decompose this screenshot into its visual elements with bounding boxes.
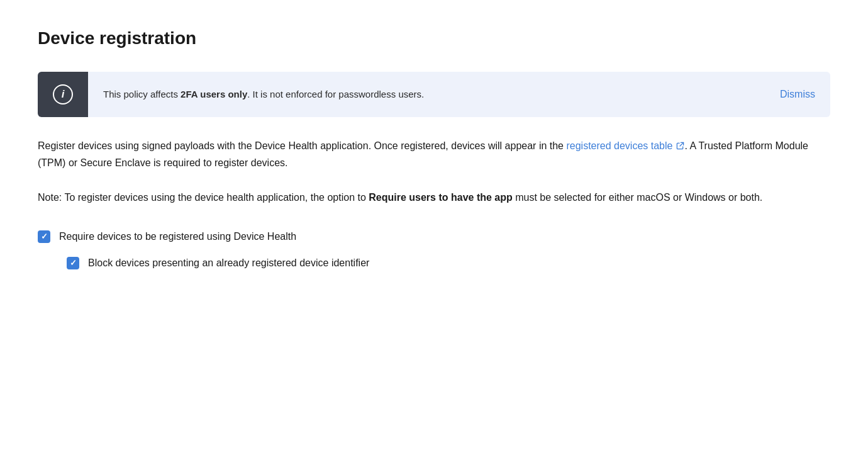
require-devices-label: Require devices to be registered using D…: [59, 229, 296, 244]
block-devices-label: Block devices presenting an already regi…: [88, 256, 369, 271]
external-link-icon: [676, 142, 684, 150]
description-block: Register devices using signed payloads w…: [38, 137, 830, 171]
description-text: Register devices using signed payloads w…: [38, 137, 830, 171]
info-icon: i: [53, 84, 73, 105]
sub-checkbox-row: ✓ Block devices presenting an already re…: [67, 256, 830, 271]
page-container: Device registration i This policy affect…: [0, 0, 868, 296]
page-title: Device registration: [38, 25, 830, 52]
block-devices-checkbox[interactable]: ✓: [67, 257, 79, 269]
registered-devices-link[interactable]: registered devices table: [566, 137, 684, 154]
info-banner-text: This policy affects 2FA users only. It i…: [103, 88, 424, 102]
checkmark-icon: ✓: [41, 232, 48, 240]
info-icon-box: i: [38, 72, 88, 117]
info-banner-content: This policy affects 2FA users only. It i…: [88, 72, 830, 117]
require-devices-checkbox[interactable]: ✓: [38, 230, 50, 243]
checkbox-section: ✓ Require devices to be registered using…: [38, 229, 830, 271]
dismiss-button[interactable]: Dismiss: [780, 89, 815, 100]
checkmark-icon-sub: ✓: [70, 259, 77, 267]
info-banner: i This policy affects 2FA users only. It…: [38, 72, 830, 117]
main-checkbox-row: ✓ Require devices to be registered using…: [38, 229, 830, 244]
note-block: Note: To register devices using the devi…: [38, 189, 830, 206]
note-text: Note: To register devices using the devi…: [38, 189, 830, 206]
